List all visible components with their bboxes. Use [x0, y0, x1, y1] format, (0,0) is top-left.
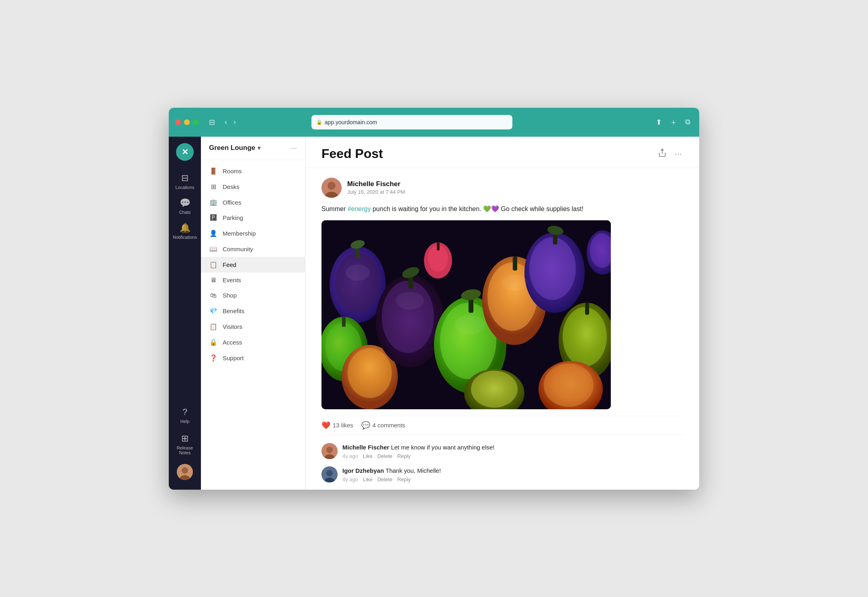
main-content: Feed Post ··· [305, 137, 699, 490]
chats-icon: 💬 [180, 198, 190, 208]
post-date: July 16, 2020 at 7:44 PM [347, 189, 405, 195]
help-icon: ? [182, 407, 187, 417]
sidebar-item-notifications[interactable]: 🔔 Notifications [169, 219, 201, 244]
svg-point-43 [346, 265, 370, 281]
svg-point-35 [563, 307, 607, 367]
comments-stat[interactable]: 💬 4 comments [361, 421, 405, 430]
delete-comment-button[interactable]: Delete [377, 453, 393, 459]
nav-item-feed[interactable]: 📋 Feed [201, 257, 305, 273]
post-stats: ❤️ 13 likes 💬 4 comments [321, 416, 683, 435]
svg-point-46 [502, 275, 527, 291]
app-logo[interactable]: ✕ [176, 143, 194, 161]
comments-section: Michelle Fischer Let me know if you want… [321, 443, 683, 490]
help-label: Help [180, 419, 190, 424]
comment-icon: 💬 [361, 421, 370, 430]
sidebar-toggle-button[interactable]: ⊟ [207, 116, 217, 128]
nav-item-desks[interactable]: ⊞ Desks [201, 179, 305, 195]
more-options-button[interactable]: ··· [673, 148, 683, 160]
sidebar-item-locations[interactable]: ⊟ Locations [169, 169, 201, 194]
sidebar: Green Lounge ▾ ··· 🚪 Rooms ⊞ Desks 🏢 Off… [201, 137, 305, 490]
back-button[interactable]: ‹ [222, 116, 229, 128]
likes-stat[interactable]: ❤️ 13 likes [321, 421, 353, 430]
share-button[interactable] [656, 147, 668, 161]
delete-comment-button[interactable]: Delete [377, 476, 393, 482]
nav-item-shop[interactable]: 🛍 Shop [201, 288, 305, 303]
nav-item-rooms[interactable]: 🚪 Rooms [201, 163, 305, 179]
svg-point-40 [471, 371, 518, 408]
comments-count: 4 comments [373, 422, 405, 429]
sidebar-more-icon[interactable]: ··· [291, 144, 297, 152]
nav-item-label: Parking [223, 214, 243, 221]
nav-item-label: Feed [223, 261, 236, 268]
membership-icon: 👤 [209, 230, 218, 237]
comment-avatar-michelle [321, 443, 338, 459]
share-browser-button[interactable]: ⬆ [653, 116, 664, 129]
tabs-button[interactable]: ⧉ [683, 116, 693, 129]
nav-item-label: Visitors [223, 323, 242, 330]
nav-item-parking[interactable]: 🅿 Parking [201, 210, 305, 226]
reply-comment-button[interactable]: Reply [397, 476, 410, 482]
svg-point-1 [182, 467, 188, 474]
nav-item-offices[interactable]: 🏢 Offices [201, 195, 305, 210]
chats-label: Chats [179, 210, 191, 215]
post-hashtag[interactable]: #energy [348, 205, 371, 212]
access-icon: 🔒 [209, 339, 218, 346]
nav-item-access[interactable]: 🔒 Access [201, 334, 305, 350]
rooms-icon: 🚪 [209, 167, 218, 175]
post-image [321, 220, 611, 409]
url-bar[interactable]: 🔒 app.yourdomain.com [311, 115, 512, 129]
sidebar-item-chats[interactable]: 💬 Chats [169, 194, 201, 219]
maximize-button[interactable] [193, 119, 199, 125]
comment-actions: 4y ago Like Delete Reply [342, 476, 683, 482]
traffic-lights [175, 119, 199, 125]
comment-avatar-igor [321, 466, 338, 482]
nav-item-community[interactable]: 📖 Community [201, 241, 305, 257]
svg-point-4 [328, 182, 336, 190]
nav-item-label: Support [223, 355, 244, 361]
sidebar-item-release-notes[interactable]: ⊞ Release Notes [169, 429, 201, 459]
sidebar-item-help[interactable]: ? Help [169, 403, 201, 428]
svg-point-17 [382, 281, 434, 353]
nav-item-label: Community [223, 246, 253, 252]
svg-rect-13 [342, 317, 346, 327]
comment-body: Michelle Fischer Let me know if you want… [342, 443, 683, 459]
svg-point-38 [544, 363, 594, 407]
nav-item-membership[interactable]: 👤 Membership [201, 226, 305, 241]
comment-row: Igor Dzhebyan Thank you, Michelle! 4y ag… [321, 466, 683, 482]
browser-actions: ⬆ ＋ ⧉ [653, 116, 693, 129]
header-actions: ··· [656, 147, 683, 161]
parking-icon: 🅿 [209, 214, 218, 222]
nav-item-support[interactable]: ❓ Support [201, 350, 305, 366]
feed-post-content: Michelle Fischer July 16, 2020 at 7:44 P… [305, 168, 699, 490]
forward-button[interactable]: › [231, 116, 238, 128]
desks-icon: ⊞ [209, 183, 218, 191]
feed-icon: 📋 [209, 261, 218, 269]
browser-chrome: ⊟ ‹ › 🔒 app.yourdomain.com ⬆ ＋ ⧉ [169, 108, 699, 137]
close-button[interactable] [175, 119, 181, 125]
svg-point-44 [396, 292, 424, 310]
comment-text: Igor Dzhebyan Thank you, Michelle! [342, 466, 683, 475]
nav-item-label: Membership [223, 230, 256, 237]
nav-item-events[interactable]: 🖥 Events [201, 273, 305, 288]
post-text: Summer #energy punch is waiting for you … [321, 204, 683, 214]
minimize-button[interactable] [184, 119, 190, 125]
new-tab-button[interactable]: ＋ [667, 116, 680, 129]
nav-item-label: Benefits [223, 308, 244, 314]
sidebar-header: Green Lounge ▾ ··· [201, 137, 305, 160]
lock-icon: 🔒 [316, 119, 322, 125]
app-layout: ✕ ⊟ Locations 💬 Chats 🔔 Notifications ? … [169, 137, 699, 490]
locations-icon: ⊟ [181, 173, 188, 183]
workspace-name: Green Lounge [209, 144, 255, 152]
nav-item-visitors[interactable]: 📋 Visitors [201, 319, 305, 334]
notifications-icon: 🔔 [180, 223, 190, 233]
user-avatar[interactable] [177, 464, 193, 480]
post-author-row: Michelle Fischer July 16, 2020 at 7:44 P… [321, 178, 683, 198]
nav-item-benefits[interactable]: 💎 Benefits [201, 303, 305, 319]
nav-item-label: Desks [223, 183, 240, 190]
nav-buttons: ‹ › [222, 116, 238, 128]
reply-comment-button[interactable]: Reply [397, 453, 410, 459]
sidebar-nav: 🚪 Rooms ⊞ Desks 🏢 Offices 🅿 Parking 👤 [201, 160, 305, 490]
like-comment-button[interactable]: Like [363, 453, 373, 459]
workspace-title[interactable]: Green Lounge ▾ [209, 144, 260, 152]
like-comment-button[interactable]: Like [363, 476, 373, 482]
